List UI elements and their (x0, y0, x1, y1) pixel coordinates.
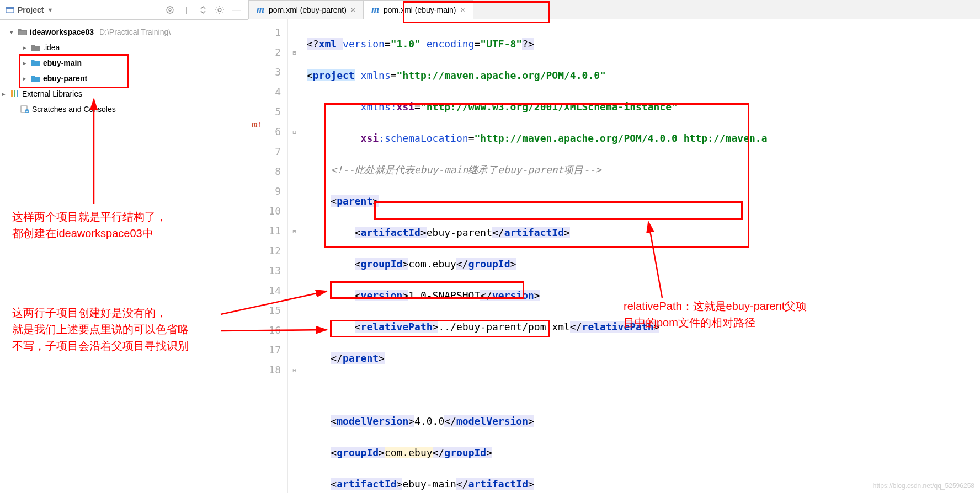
root-name: ideaworkspace03 (30, 28, 94, 36)
t: artifactId (337, 478, 396, 490)
svg-rect-6 (14, 90, 15, 97)
project-pane-title[interactable]: Project ▼ (6, 6, 53, 14)
chevron-right-icon[interactable]: ▸ (21, 44, 29, 51)
expand-icon[interactable] (197, 4, 209, 16)
t: > (408, 415, 414, 427)
t: > (402, 290, 408, 301)
t: = (468, 132, 475, 144)
tab-pom-parent[interactable]: m pom.xml (ebuy-parent) × (248, 0, 364, 19)
t: > (372, 195, 379, 207)
svg-rect-1 (6, 7, 14, 9)
t: version (492, 290, 534, 301)
t: modelVersion (456, 415, 528, 427)
chevron-right-icon[interactable]: ▸ (21, 60, 29, 67)
t: > (534, 290, 540, 301)
annotation-text-3: relativePath：这就是ebuy-parent父项 目中的pom文件的相… (624, 298, 807, 331)
watermark: https://blog.csdn.net/qq_52596258 (873, 482, 974, 490)
folder-icon (31, 73, 41, 83)
t: 4.0.0 (414, 415, 444, 427)
project-tree[interactable]: ▾ ideaworkspace03 D:\Practical Training\… (0, 20, 248, 117)
t: com.ebuy (408, 258, 456, 270)
chevron-right-icon[interactable]: ▸ (0, 90, 8, 98)
node-label: External Libraries (22, 89, 82, 98)
target-icon[interactable] (164, 4, 176, 16)
annotation-text-2: 这两行子项目创建好是没有的， 就是我们上述要点里说的可以色省略 不写，子项目会沿… (12, 304, 189, 354)
annotation-text-1: 这样两个项目就是平行结构了， 都创建在ideaworkspace03中 (12, 208, 167, 242)
t: groupId (444, 447, 486, 458)
tab-pom-main[interactable]: m pom.xml (ebuy-main) × (363, 0, 473, 19)
chevron-down-icon[interactable]: ▾ (8, 29, 15, 36)
tree-node-idea[interactable]: ▸ .idea (2, 40, 248, 55)
close-icon[interactable]: × (351, 6, 355, 14)
t: groupId (468, 258, 510, 270)
t: "1.0" (391, 38, 420, 50)
dropdown-icon[interactable]: ▼ (47, 7, 53, 13)
tree-node-ebuy-main[interactable]: ▸ ebuy-main (2, 55, 248, 71)
tree-node-ebuy-parent[interactable]: ▸ ebuy-parent (2, 71, 248, 86)
code-area[interactable]: <?xml version="1.0" encoding="UTF-8"?> <… (301, 19, 980, 493)
t: <!--此处就是代表ebuy-main继承了ebuy-parent项目--> (331, 164, 601, 175)
svg-rect-7 (17, 90, 18, 97)
t: </ (331, 352, 343, 364)
t: xsi (361, 132, 379, 144)
tree-external-libs[interactable]: ▸ External Libraries (2, 86, 248, 101)
fold-column[interactable]: ⊟ ⊟ ⊟ ⊟ (288, 19, 301, 493)
node-label: Scratches and Consoles (32, 105, 116, 114)
t: version (343, 38, 385, 50)
t: relativePath (361, 321, 433, 333)
t: parent (343, 352, 379, 364)
t (420, 38, 427, 50)
folder-icon (31, 42, 41, 52)
project-header: Project ▼ | — (0, 0, 248, 20)
t: ../ebuy-parent/pom.xml (438, 321, 569, 333)
t: </ (570, 321, 582, 333)
t: artifactId (504, 227, 564, 238)
t: 1.0-SNAPSHOT (408, 290, 480, 301)
t: = (385, 38, 391, 50)
t: artifactId (361, 227, 420, 238)
root-path: D:\Practical Training\ (99, 28, 171, 36)
t: :schemaLocation (379, 132, 468, 144)
t: </ (492, 227, 504, 238)
t: < (355, 258, 361, 270)
t (355, 69, 361, 81)
t: "UTF-8" (480, 38, 522, 50)
maven-gutter-marker[interactable]: m↑ (252, 120, 262, 129)
t: version (361, 290, 403, 301)
t: com.ebuy (385, 447, 433, 458)
t: < (331, 478, 337, 490)
node-label: .idea (43, 43, 60, 52)
node-label: ebuy-parent (43, 74, 87, 83)
t: xmlns: (361, 101, 397, 112)
t: < (331, 195, 337, 207)
t: groupId (337, 447, 379, 458)
editor-tabs: m pom.xml (ebuy-parent) × m pom.xml (ebu… (248, 0, 980, 19)
t: < (331, 447, 337, 458)
svg-rect-5 (11, 90, 13, 97)
project-pane-label: Project (18, 6, 44, 14)
t: > (486, 447, 492, 458)
code-editor[interactable]: 1234 5678 9101112 13141516 1718 ⊟ ⊟ ⊟ ⊟ … (248, 19, 980, 493)
t: < (307, 69, 313, 81)
t: > (528, 478, 534, 490)
t: < (355, 321, 361, 333)
t: </ (444, 415, 456, 427)
close-icon[interactable]: × (461, 6, 465, 14)
t: </ (480, 290, 492, 301)
maven-icon: m (371, 4, 379, 15)
t: parent (337, 195, 372, 207)
t: ebuy-parent (427, 227, 492, 238)
tree-root[interactable]: ▾ ideaworkspace03 D:\Practical Training\ (2, 24, 248, 40)
project-icon (6, 6, 14, 14)
tree-scratches[interactable]: Scratches and Consoles (2, 101, 248, 117)
folder-icon (31, 58, 41, 68)
t: < (355, 227, 361, 238)
t: > (402, 258, 408, 270)
t: > (397, 478, 403, 490)
scratches-icon (20, 104, 30, 114)
collapse-icon[interactable]: — (230, 4, 242, 16)
maven-icon: m (257, 4, 264, 15)
gear-icon[interactable] (214, 4, 226, 16)
chevron-right-icon[interactable]: ▸ (21, 75, 29, 82)
t: = (391, 69, 397, 81)
